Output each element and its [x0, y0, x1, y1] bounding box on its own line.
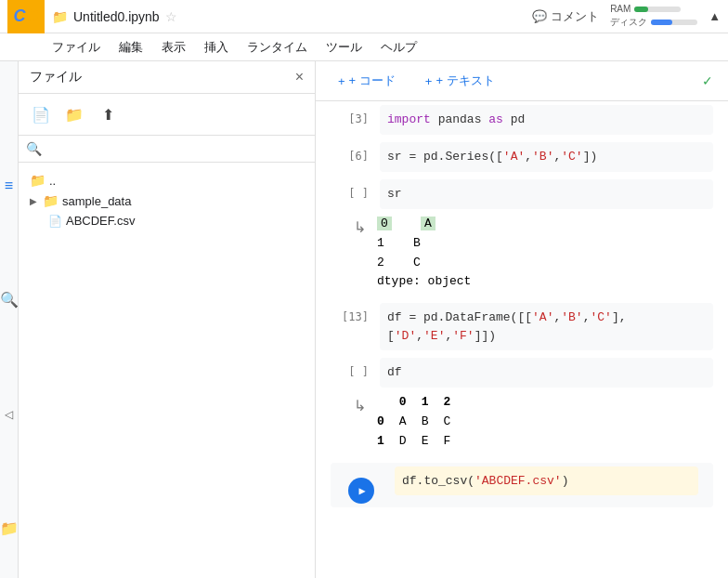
cell-4-number: [13]	[333, 303, 380, 323]
cell-5: [ ] df	[316, 354, 728, 391]
series-index-0: 0	[377, 217, 392, 230]
cell-3-number: [ ]	[333, 179, 380, 200]
menu-edit[interactable]: 編集	[111, 35, 150, 59]
tree-item-sample-data[interactable]: ▶ 📁 sample_data	[26, 190, 307, 211]
menu-insert[interactable]: 挿入	[197, 35, 236, 59]
cell-2-code[interactable]: sr = pd.Series(['A','B','C'])	[380, 142, 713, 172]
cell-5-output: ↳ 0 1 2 0 A B	[316, 391, 728, 458]
cell-1: [3] import pandas as pd	[316, 101, 728, 138]
df-row-1-col-0: D	[399, 432, 422, 452]
notebook-toolbar: + + コード + + テキスト ✓	[316, 61, 728, 101]
left-nav: ≡ 🔍 ◁ 📁	[0, 61, 19, 578]
code-text: sr = pd.Series([	[387, 150, 503, 164]
df-row-1: 1 D E F	[377, 432, 465, 452]
cell-3-output-content: 0 A 1 B 2 C dtype: object	[377, 215, 713, 292]
disk-bar: ディスク	[610, 16, 697, 29]
series-row-0: 0 A	[377, 215, 713, 234]
comment-icon: 💬	[532, 9, 547, 23]
menu-tools[interactable]: ツール	[318, 35, 370, 59]
notebook-title[interactable]: Untitled0.ipynb	[73, 9, 160, 24]
tree-item-label: ABCDEF.csv	[66, 214, 135, 228]
folder-icon: 📁	[30, 173, 46, 188]
nav-files-icon[interactable]: ≡	[0, 136, 19, 235]
upload-button[interactable]: ⬆	[93, 99, 123, 129]
run-button[interactable]: ▶	[348, 478, 374, 504]
cell-6: ▶ df.to_csv('ABCDEF.csv')	[331, 463, 713, 507]
sidebar-title: ファイル	[30, 69, 82, 85]
main-layout: ≡ 🔍 ◁ 📁 ファイル × 📄 📁 ⬆ 🔍 📁	[0, 61, 728, 578]
df-row-0-index: 0	[377, 413, 399, 432]
tree-item-abcdef-csv[interactable]: 📄 ABCDEF.csv	[26, 211, 307, 230]
cell-3-output: ↳ 0 A 1 B 2 C dtype: object	[316, 213, 728, 299]
series-output: 0 A 1 B 2 C dtype: object	[377, 215, 713, 292]
sidebar-toolbar: 📄 📁 ⬆	[19, 94, 315, 136]
add-text-label: + テキスト	[436, 72, 494, 89]
dataframe-table: 0 1 2 0 A B C 1	[377, 393, 465, 451]
df-row-0-col-2: C	[443, 413, 465, 432]
new-file-button[interactable]: 📄	[26, 99, 56, 129]
df-row-1-col-2: F	[443, 432, 465, 452]
add-text-button[interactable]: + + テキスト	[418, 69, 502, 93]
new-folder-button[interactable]: 📁	[59, 99, 89, 129]
run-icon: ▶	[358, 484, 365, 497]
cell-2-number: [6]	[333, 142, 380, 163]
ram-track	[634, 7, 681, 12]
menu-file[interactable]: ファイル	[45, 35, 108, 59]
cell-3-code[interactable]: sr	[380, 179, 713, 209]
connected-checkmark: ✓	[702, 73, 713, 88]
menu-help[interactable]: ヘルプ	[373, 35, 424, 59]
keyword-as: as	[488, 112, 503, 126]
sidebar-close-button[interactable]: ×	[295, 69, 304, 85]
code-sr: sr	[387, 187, 402, 201]
add-code-button[interactable]: + + コード	[331, 69, 403, 93]
cell-5-code[interactable]: df	[380, 358, 713, 388]
menu-runtime[interactable]: ランタイム	[240, 35, 315, 59]
comment-label: コメント	[551, 8, 599, 25]
tree-item-label: sample_data	[62, 194, 131, 208]
star-icon[interactable]: ☆	[165, 9, 177, 24]
code-text: pd	[511, 112, 526, 126]
df-row-1-col-1: E	[422, 432, 444, 452]
cell-1-number: [3]	[333, 105, 380, 125]
top-right-area: 💬 コメント RAM ディスク ▲	[532, 4, 721, 29]
menu-view[interactable]: 表示	[154, 35, 193, 59]
cell-5-number: [ ]	[333, 358, 380, 378]
cell-6-number: ▶	[348, 466, 395, 504]
cell-1-code[interactable]: import pandas as pd	[380, 105, 713, 135]
code-df: df	[387, 365, 402, 379]
resource-area: RAM ディスク	[610, 4, 697, 29]
cell-3: [ ] sr	[316, 176, 728, 213]
sidebar-header: ファイル ×	[19, 61, 315, 94]
df-row-0-col-0: A	[399, 413, 422, 432]
series-value-0: A	[421, 217, 436, 230]
cell-4-code[interactable]: df = pd.DataFrame([['A','B','C'],['D','E…	[380, 303, 713, 350]
df-row-1-index: 1	[377, 432, 399, 452]
df-header-2: 2	[443, 393, 465, 413]
tree-item-parent[interactable]: 📁 ..	[26, 170, 307, 190]
output-arrow: ↳	[331, 215, 377, 236]
df-row-0-col-1: B	[422, 413, 444, 432]
series-row-1: 1 B	[377, 234, 713, 254]
code-text: df.to_csv(	[402, 474, 474, 488]
string-b: 'B'	[532, 150, 553, 164]
drive-icon: 📁	[52, 9, 68, 24]
df-header-index	[377, 393, 399, 413]
series-row-2: 2 C	[377, 254, 713, 273]
cell-2: [6] sr = pd.Series(['A','B','C'])	[316, 138, 728, 176]
nav-folder-icon[interactable]: 📁	[0, 479, 19, 578]
comment-button[interactable]: 💬 コメント	[532, 8, 599, 25]
df-header-row: 0 1 2	[377, 393, 465, 413]
sidebar: ファイル × 📄 📁 ⬆ 🔍 📁 .. ▶	[19, 61, 316, 578]
csv-filename: 'ABCDEF.csv'	[474, 474, 562, 488]
tree-item-label: ..	[49, 174, 56, 188]
plus-text-icon: +	[425, 74, 433, 88]
nav-expand-icon[interactable]: ◁	[0, 364, 19, 464]
upload-icon: ⬆	[102, 106, 114, 124]
search-area: 🔍	[19, 136, 315, 163]
nav-search-icon[interactable]: 🔍	[0, 250, 19, 349]
share-button[interactable]: ▲	[708, 9, 721, 23]
menubar: ファイル 編集 表示 挿入 ランタイム ツール ヘルプ	[0, 33, 728, 61]
new-file-icon: 📄	[32, 106, 50, 124]
search-icon: 🔍	[26, 141, 42, 156]
cell-6-code[interactable]: df.to_csv('ABCDEF.csv')	[395, 466, 698, 496]
